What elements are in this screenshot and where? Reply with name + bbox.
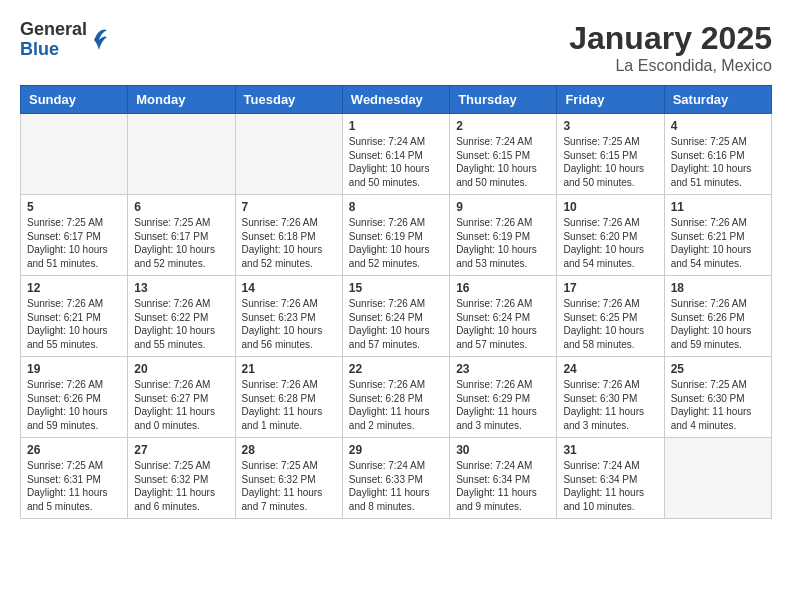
day-info: Sunrise: 7:25 AM Sunset: 6:17 PM Dayligh… <box>134 216 228 270</box>
calendar-day <box>21 114 128 195</box>
day-number: 3 <box>563 119 657 133</box>
title-block: January 2025 La Escondida, Mexico <box>569 20 772 75</box>
calendar-day: 21Sunrise: 7:26 AM Sunset: 6:28 PM Dayli… <box>235 357 342 438</box>
weekday-header-sunday: Sunday <box>21 86 128 114</box>
day-number: 27 <box>134 443 228 457</box>
page-subtitle: La Escondida, Mexico <box>569 57 772 75</box>
day-number: 2 <box>456 119 550 133</box>
calendar-day <box>235 114 342 195</box>
day-number: 14 <box>242 281 336 295</box>
day-number: 12 <box>27 281 121 295</box>
calendar-day <box>664 438 771 519</box>
day-info: Sunrise: 7:25 AM Sunset: 6:31 PM Dayligh… <box>27 459 121 513</box>
day-info: Sunrise: 7:26 AM Sunset: 6:21 PM Dayligh… <box>671 216 765 270</box>
calendar-day: 20Sunrise: 7:26 AM Sunset: 6:27 PM Dayli… <box>128 357 235 438</box>
calendar-day: 28Sunrise: 7:25 AM Sunset: 6:32 PM Dayli… <box>235 438 342 519</box>
calendar-day: 22Sunrise: 7:26 AM Sunset: 6:28 PM Dayli… <box>342 357 449 438</box>
calendar-header: SundayMondayTuesdayWednesdayThursdayFrid… <box>21 86 772 114</box>
day-number: 20 <box>134 362 228 376</box>
day-number: 25 <box>671 362 765 376</box>
day-info: Sunrise: 7:26 AM Sunset: 6:26 PM Dayligh… <box>27 378 121 432</box>
day-number: 17 <box>563 281 657 295</box>
calendar-table: SundayMondayTuesdayWednesdayThursdayFrid… <box>20 85 772 519</box>
calendar-day: 4Sunrise: 7:25 AM Sunset: 6:16 PM Daylig… <box>664 114 771 195</box>
day-info: Sunrise: 7:26 AM Sunset: 6:23 PM Dayligh… <box>242 297 336 351</box>
calendar-day: 10Sunrise: 7:26 AM Sunset: 6:20 PM Dayli… <box>557 195 664 276</box>
weekday-header-saturday: Saturday <box>664 86 771 114</box>
calendar-day: 25Sunrise: 7:25 AM Sunset: 6:30 PM Dayli… <box>664 357 771 438</box>
calendar-day: 31Sunrise: 7:24 AM Sunset: 6:34 PM Dayli… <box>557 438 664 519</box>
day-number: 7 <box>242 200 336 214</box>
calendar-day: 14Sunrise: 7:26 AM Sunset: 6:23 PM Dayli… <box>235 276 342 357</box>
logo-blue: Blue <box>20 40 87 60</box>
page-header: General Blue January 2025 La Escondida, … <box>20 20 772 75</box>
day-info: Sunrise: 7:26 AM Sunset: 6:21 PM Dayligh… <box>27 297 121 351</box>
calendar-day: 12Sunrise: 7:26 AM Sunset: 6:21 PM Dayli… <box>21 276 128 357</box>
day-info: Sunrise: 7:26 AM Sunset: 6:19 PM Dayligh… <box>349 216 443 270</box>
day-number: 13 <box>134 281 228 295</box>
day-number: 10 <box>563 200 657 214</box>
day-number: 22 <box>349 362 443 376</box>
day-number: 6 <box>134 200 228 214</box>
day-number: 16 <box>456 281 550 295</box>
calendar-week-row: 19Sunrise: 7:26 AM Sunset: 6:26 PM Dayli… <box>21 357 772 438</box>
day-info: Sunrise: 7:24 AM Sunset: 6:33 PM Dayligh… <box>349 459 443 513</box>
day-number: 21 <box>242 362 336 376</box>
day-number: 9 <box>456 200 550 214</box>
day-info: Sunrise: 7:25 AM Sunset: 6:17 PM Dayligh… <box>27 216 121 270</box>
day-info: Sunrise: 7:25 AM Sunset: 6:32 PM Dayligh… <box>242 459 336 513</box>
day-number: 1 <box>349 119 443 133</box>
weekday-header-monday: Monday <box>128 86 235 114</box>
calendar-day: 27Sunrise: 7:25 AM Sunset: 6:32 PM Dayli… <box>128 438 235 519</box>
weekday-header-tuesday: Tuesday <box>235 86 342 114</box>
day-info: Sunrise: 7:25 AM Sunset: 6:16 PM Dayligh… <box>671 135 765 189</box>
day-number: 19 <box>27 362 121 376</box>
calendar-day: 13Sunrise: 7:26 AM Sunset: 6:22 PM Dayli… <box>128 276 235 357</box>
day-number: 30 <box>456 443 550 457</box>
calendar-week-row: 1Sunrise: 7:24 AM Sunset: 6:14 PM Daylig… <box>21 114 772 195</box>
day-info: Sunrise: 7:26 AM Sunset: 6:25 PM Dayligh… <box>563 297 657 351</box>
calendar-day: 29Sunrise: 7:24 AM Sunset: 6:33 PM Dayli… <box>342 438 449 519</box>
day-info: Sunrise: 7:26 AM Sunset: 6:28 PM Dayligh… <box>349 378 443 432</box>
day-info: Sunrise: 7:26 AM Sunset: 6:24 PM Dayligh… <box>456 297 550 351</box>
calendar-day: 16Sunrise: 7:26 AM Sunset: 6:24 PM Dayli… <box>450 276 557 357</box>
calendar-day: 8Sunrise: 7:26 AM Sunset: 6:19 PM Daylig… <box>342 195 449 276</box>
day-number: 23 <box>456 362 550 376</box>
logo-bird-icon <box>89 25 109 55</box>
calendar-day: 7Sunrise: 7:26 AM Sunset: 6:18 PM Daylig… <box>235 195 342 276</box>
day-number: 8 <box>349 200 443 214</box>
day-number: 15 <box>349 281 443 295</box>
day-number: 28 <box>242 443 336 457</box>
calendar-day: 9Sunrise: 7:26 AM Sunset: 6:19 PM Daylig… <box>450 195 557 276</box>
calendar-week-row: 26Sunrise: 7:25 AM Sunset: 6:31 PM Dayli… <box>21 438 772 519</box>
weekday-header-thursday: Thursday <box>450 86 557 114</box>
day-info: Sunrise: 7:24 AM Sunset: 6:34 PM Dayligh… <box>456 459 550 513</box>
day-info: Sunrise: 7:24 AM Sunset: 6:34 PM Dayligh… <box>563 459 657 513</box>
day-number: 26 <box>27 443 121 457</box>
logo-text: General Blue <box>20 20 87 60</box>
calendar-day: 2Sunrise: 7:24 AM Sunset: 6:15 PM Daylig… <box>450 114 557 195</box>
weekday-header-friday: Friday <box>557 86 664 114</box>
day-info: Sunrise: 7:26 AM Sunset: 6:28 PM Dayligh… <box>242 378 336 432</box>
day-number: 18 <box>671 281 765 295</box>
calendar-day: 15Sunrise: 7:26 AM Sunset: 6:24 PM Dayli… <box>342 276 449 357</box>
calendar-day: 6Sunrise: 7:25 AM Sunset: 6:17 PM Daylig… <box>128 195 235 276</box>
day-info: Sunrise: 7:26 AM Sunset: 6:22 PM Dayligh… <box>134 297 228 351</box>
calendar-week-row: 5Sunrise: 7:25 AM Sunset: 6:17 PM Daylig… <box>21 195 772 276</box>
day-number: 4 <box>671 119 765 133</box>
day-info: Sunrise: 7:25 AM Sunset: 6:15 PM Dayligh… <box>563 135 657 189</box>
day-info: Sunrise: 7:26 AM Sunset: 6:20 PM Dayligh… <box>563 216 657 270</box>
day-info: Sunrise: 7:26 AM Sunset: 6:24 PM Dayligh… <box>349 297 443 351</box>
day-info: Sunrise: 7:26 AM Sunset: 6:30 PM Dayligh… <box>563 378 657 432</box>
day-number: 24 <box>563 362 657 376</box>
logo: General Blue <box>20 20 109 60</box>
day-info: Sunrise: 7:26 AM Sunset: 6:26 PM Dayligh… <box>671 297 765 351</box>
calendar-day: 24Sunrise: 7:26 AM Sunset: 6:30 PM Dayli… <box>557 357 664 438</box>
calendar-day: 30Sunrise: 7:24 AM Sunset: 6:34 PM Dayli… <box>450 438 557 519</box>
day-number: 11 <box>671 200 765 214</box>
calendar-day: 23Sunrise: 7:26 AM Sunset: 6:29 PM Dayli… <box>450 357 557 438</box>
calendar-body: 1Sunrise: 7:24 AM Sunset: 6:14 PM Daylig… <box>21 114 772 519</box>
day-info: Sunrise: 7:24 AM Sunset: 6:15 PM Dayligh… <box>456 135 550 189</box>
day-info: Sunrise: 7:26 AM Sunset: 6:27 PM Dayligh… <box>134 378 228 432</box>
calendar-day <box>128 114 235 195</box>
